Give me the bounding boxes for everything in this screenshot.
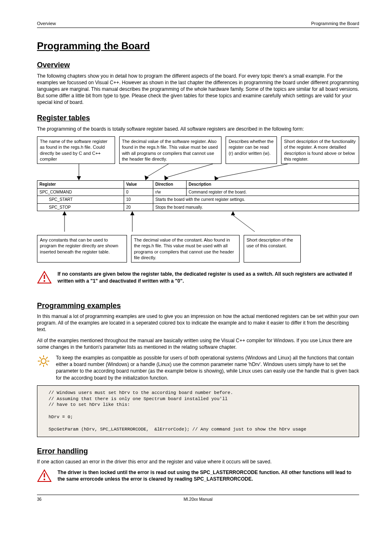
th-description: Description <box>187 181 359 189</box>
cell: 20 <box>124 203 153 211</box>
defbox-dir: Describes whether the register can be re… <box>226 136 277 164</box>
th-value: Value <box>124 181 153 189</box>
page-title: Programming the Board <box>37 39 359 53</box>
section-progex-title: Programming examples <box>37 301 359 311</box>
defbox-constval: The decimal value of the constant. Also … <box>131 235 240 263</box>
svg-point-16 <box>44 280 45 282</box>
table-row: SPC_START 10 Starts the board with the c… <box>37 196 359 204</box>
arrows-up-row <box>37 211 359 232</box>
table-header-row: Register Value Direction Description <box>37 181 359 189</box>
table-row: SPC_STOP 20 Stops the board manually. <box>37 203 359 211</box>
svg-line-24 <box>39 364 41 365</box>
cell: Stops the board manually. <box>153 203 359 211</box>
svg-point-28 <box>44 479 45 480</box>
cell: SPC_STOP <box>37 203 124 211</box>
cell: SPC_START <box>37 196 124 204</box>
tip-icon <box>37 355 50 368</box>
warning-icon <box>37 271 52 284</box>
cell: r/w <box>153 188 187 196</box>
svg-marker-8 <box>62 211 67 215</box>
err-p1: If one action caused an error in the dri… <box>37 458 359 465</box>
defbox-desc: Short description of the functionality o… <box>281 136 359 164</box>
th-direction: Direction <box>153 181 187 189</box>
progex-p2: All of the examples mentioned throughout… <box>37 337 359 350</box>
svg-marker-5 <box>164 175 168 180</box>
header-right: Programming the Board <box>311 21 359 27</box>
svg-line-23 <box>46 364 48 365</box>
cell: Command register of the board. <box>187 188 359 196</box>
header-left: Overview <box>37 21 56 27</box>
th-register: Register <box>37 181 124 189</box>
svg-line-25 <box>46 357 48 359</box>
section-overview-title: Overview <box>37 60 359 70</box>
section-err-title: Error handling <box>37 446 359 456</box>
defbox-const: Any constants that can be used to progra… <box>37 235 127 263</box>
err-warning-text: The driver is then locked until the erro… <box>58 469 359 482</box>
overview-body: The following chapters show you in detai… <box>37 73 359 106</box>
arrow-down-icon <box>76 164 82 180</box>
warning-icon <box>37 469 52 482</box>
cell: 0 <box>124 188 153 196</box>
err-warning: The driver is then locked until the erro… <box>37 469 359 482</box>
arrow-down-icon <box>214 164 288 180</box>
svg-marker-10 <box>130 211 134 215</box>
cell: SPC_COMMAND <box>37 188 124 196</box>
svg-marker-12 <box>231 211 235 215</box>
footer-center: MI.20xx Manual <box>184 497 213 502</box>
section-regtables-title: Register tables <box>37 113 359 123</box>
progex-p3: To keep the examples as compatible as po… <box>56 355 359 381</box>
svg-line-22 <box>39 357 41 359</box>
page-header: Overview Programming the Board <box>37 21 359 28</box>
bottom-defboxes: Any constants that can be used to progra… <box>37 235 359 263</box>
svg-line-13 <box>233 215 255 232</box>
defbox-name: The name of the software register as fou… <box>37 136 115 164</box>
switch-warning-text: If no constants are given below the regi… <box>58 271 359 284</box>
svg-line-6 <box>217 164 288 178</box>
svg-marker-1 <box>77 176 81 180</box>
page-footer: 36 MI.20xx Manual <box>37 495 359 502</box>
code-example: // Windows users must set hDrv to the ac… <box>37 385 359 437</box>
arrow-up-icon <box>129 211 135 232</box>
arrow-down-icon <box>164 164 213 180</box>
arrows-down-row <box>37 164 359 180</box>
cell: Starts the board with the current regist… <box>153 196 359 204</box>
progex-tip: To keep the examples as compatible as po… <box>37 355 359 381</box>
arrow-up-icon <box>62 211 67 232</box>
register-table: Register Value Direction Description SPC… <box>37 180 359 211</box>
svg-point-17 <box>41 359 46 364</box>
cell: 10 <box>124 196 153 204</box>
arrow-up-icon <box>230 211 259 232</box>
svg-line-4 <box>166 164 213 177</box>
progex-p1: In this manual a lot of programming exam… <box>37 313 359 333</box>
defbox-constdesc: Short description of the use of this con… <box>244 235 301 263</box>
regtables-intro: The programming of the boards is totally… <box>37 126 359 132</box>
top-defboxes: The name of the software register as fou… <box>37 136 359 164</box>
table-row: SPC_COMMAND 0 r/w Command register of th… <box>37 188 359 196</box>
footer-page: 36 <box>37 497 42 502</box>
switch-warning: If no constants are given below the regi… <box>37 271 359 284</box>
defbox-value: The decimal value of the software regist… <box>119 136 222 164</box>
svg-marker-7 <box>214 176 219 180</box>
